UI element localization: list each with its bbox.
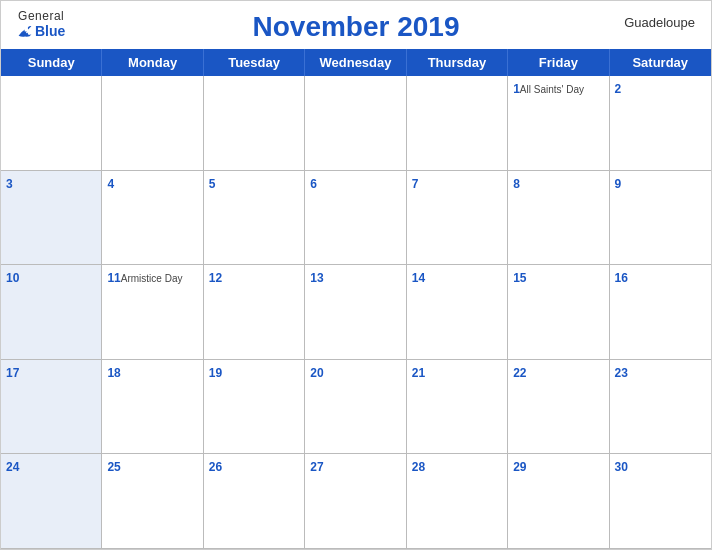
day-cell: 9 — [610, 171, 711, 266]
day-cell: 29 — [508, 454, 609, 549]
day-cell: 10 — [1, 265, 102, 360]
day-number: 11 — [107, 271, 120, 285]
day-cell: 24 — [1, 454, 102, 549]
region-label: Guadeloupe — [624, 15, 695, 30]
day-number: 21 — [412, 366, 425, 380]
day-number: 20 — [310, 366, 323, 380]
day-cell: 13 — [305, 265, 406, 360]
day-number: 27 — [310, 460, 323, 474]
day-cell: 1All Saints' Day — [508, 76, 609, 171]
day-number: 16 — [615, 271, 628, 285]
header-saturday: Saturday — [610, 49, 711, 76]
holiday-label: All Saints' Day — [520, 84, 584, 95]
day-number: 13 — [310, 271, 323, 285]
logo-bird-icon — [17, 24, 33, 38]
day-cell — [407, 76, 508, 171]
day-number: 15 — [513, 271, 526, 285]
day-cell: 25 — [102, 454, 203, 549]
day-cell: 12 — [204, 265, 305, 360]
day-number: 5 — [209, 177, 216, 191]
day-cell: 22 — [508, 360, 609, 455]
day-number: 28 — [412, 460, 425, 474]
day-cell: 19 — [204, 360, 305, 455]
day-number: 1 — [513, 82, 520, 96]
day-number: 9 — [615, 177, 622, 191]
header-thursday: Thursday — [407, 49, 508, 76]
day-number: 2 — [615, 82, 622, 96]
day-number: 26 — [209, 460, 222, 474]
day-number: 12 — [209, 271, 222, 285]
day-number: 29 — [513, 460, 526, 474]
day-cell — [1, 76, 102, 171]
header-tuesday: Tuesday — [204, 49, 305, 76]
day-cell: 3 — [1, 171, 102, 266]
day-cell: 28 — [407, 454, 508, 549]
logo-general-text: General — [18, 9, 64, 23]
header-wednesday: Wednesday — [305, 49, 406, 76]
day-number: 25 — [107, 460, 120, 474]
logo: General Blue — [17, 9, 65, 39]
day-headers-row: Sunday Monday Tuesday Wednesday Thursday… — [1, 49, 711, 76]
day-number: 6 — [310, 177, 317, 191]
day-cell: 18 — [102, 360, 203, 455]
day-number: 4 — [107, 177, 114, 191]
day-number: 22 — [513, 366, 526, 380]
day-number: 17 — [6, 366, 19, 380]
header-sunday: Sunday — [1, 49, 102, 76]
day-number: 3 — [6, 177, 13, 191]
logo-blue-text: Blue — [17, 23, 65, 39]
header-friday: Friday — [508, 49, 609, 76]
day-cell — [305, 76, 406, 171]
day-cell: 14 — [407, 265, 508, 360]
day-number: 7 — [412, 177, 419, 191]
day-cell: 26 — [204, 454, 305, 549]
day-cell — [102, 76, 203, 171]
day-number: 19 — [209, 366, 222, 380]
day-number: 24 — [6, 460, 19, 474]
day-number: 14 — [412, 271, 425, 285]
month-title: November 2019 — [252, 11, 459, 43]
day-cell: 30 — [610, 454, 711, 549]
day-cell: 16 — [610, 265, 711, 360]
day-cell: 17 — [1, 360, 102, 455]
calendar: General Blue November 2019 Guadeloupe Su… — [0, 0, 712, 550]
day-number: 10 — [6, 271, 19, 285]
day-cell: 2 — [610, 76, 711, 171]
calendar-body: 1All Saints' Day234567891011Armistice Da… — [1, 76, 711, 549]
day-number: 23 — [615, 366, 628, 380]
day-number: 8 — [513, 177, 520, 191]
day-cell: 8 — [508, 171, 609, 266]
day-cell: 6 — [305, 171, 406, 266]
holiday-label: Armistice Day — [121, 273, 183, 284]
day-cell: 11Armistice Day — [102, 265, 203, 360]
day-cell: 4 — [102, 171, 203, 266]
calendar-header: General Blue November 2019 Guadeloupe — [1, 1, 711, 49]
day-cell: 5 — [204, 171, 305, 266]
day-number: 30 — [615, 460, 628, 474]
header-monday: Monday — [102, 49, 203, 76]
day-cell: 15 — [508, 265, 609, 360]
day-cell: 27 — [305, 454, 406, 549]
day-cell: 7 — [407, 171, 508, 266]
day-number: 18 — [107, 366, 120, 380]
day-cell — [204, 76, 305, 171]
day-cell: 23 — [610, 360, 711, 455]
day-cell: 21 — [407, 360, 508, 455]
day-cell: 20 — [305, 360, 406, 455]
